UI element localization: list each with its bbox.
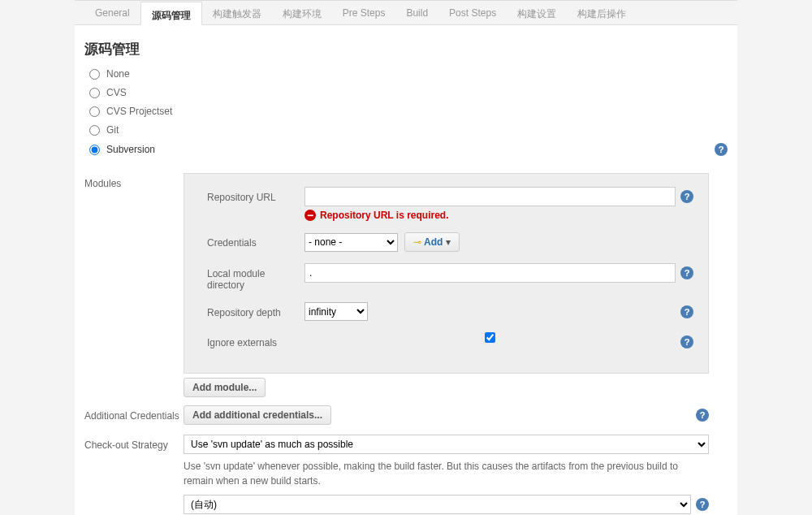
radio-subversion[interactable] xyxy=(89,145,100,155)
help-icon[interactable]: ? xyxy=(680,190,693,203)
radio-none-label: None xyxy=(106,68,130,80)
add-credentials-button[interactable]: ⊸Add ▾ xyxy=(404,232,460,252)
scm-option-git[interactable]: Git xyxy=(89,124,728,136)
error-icon: − xyxy=(304,210,316,221)
help-icon[interactable]: ? xyxy=(696,498,709,511)
additional-creds-label: Additional Credentials xyxy=(84,405,184,422)
modules-heading: Modules xyxy=(84,173,184,189)
scm-option-cvs[interactable]: CVS xyxy=(89,87,728,98)
radio-git-label: Git xyxy=(106,124,119,136)
depth-select[interactable]: infinity xyxy=(304,302,368,321)
tab-post-steps[interactable]: Post Steps xyxy=(438,1,507,24)
tab-build-env[interactable]: 构建环境 xyxy=(272,1,332,24)
tab-pre-steps[interactable]: Pre Steps xyxy=(332,1,396,24)
scm-option-subversion[interactable]: Subversion ? xyxy=(89,143,728,156)
repo-url-label: Repository URL xyxy=(207,187,304,203)
scm-option-none[interactable]: None xyxy=(89,68,728,80)
tab-triggers[interactable]: 构建触发器 xyxy=(202,1,272,24)
radio-subversion-label: Subversion xyxy=(106,144,155,155)
radio-cvsproj-label: CVS Projectset xyxy=(106,106,172,117)
tab-build-settings[interactable]: 构建设置 xyxy=(507,1,567,24)
help-icon[interactable]: ? xyxy=(696,409,709,422)
radio-cvs[interactable] xyxy=(89,88,100,98)
add-credentials-label: Add xyxy=(424,236,443,248)
radio-none[interactable] xyxy=(89,69,100,80)
local-dir-input[interactable] xyxy=(304,263,676,283)
checkout-label: Check-out Strategy xyxy=(84,435,184,451)
tab-post-build[interactable]: 构建后操作 xyxy=(567,1,637,24)
add-additional-creds-button[interactable]: Add additional credentials... xyxy=(184,405,331,425)
ignore-ext-label: Ignore externals xyxy=(207,332,304,348)
credentials-label: Credentials xyxy=(207,232,304,249)
checkout-strategy-desc: Use 'svn update' whenever possible, maki… xyxy=(184,454,709,488)
help-icon[interactable]: ? xyxy=(680,305,693,318)
modules-panel: Repository URL − Repository URL is requi… xyxy=(184,173,709,374)
depth-label: Repository depth xyxy=(207,302,304,318)
radio-cvs-label: CVS xyxy=(106,87,127,98)
radio-cvsproj[interactable] xyxy=(89,106,100,117)
tab-scm[interactable]: 源码管理 xyxy=(140,2,202,25)
help-icon[interactable]: ? xyxy=(680,266,693,279)
repo-url-error: Repository URL is required. xyxy=(320,210,448,221)
radio-git[interactable] xyxy=(89,125,100,136)
tab-bar: General 源码管理 构建触发器 构建环境 Pre Steps Build … xyxy=(75,1,737,25)
tab-general[interactable]: General xyxy=(84,1,140,24)
credentials-select[interactable]: - none - xyxy=(304,233,398,252)
add-module-button[interactable]: Add module... xyxy=(184,378,266,397)
ignore-ext-checkbox[interactable] xyxy=(304,332,676,343)
tab-build[interactable]: Build xyxy=(395,1,438,24)
help-icon[interactable]: ? xyxy=(680,335,693,348)
repo-url-input[interactable] xyxy=(304,187,676,206)
scm-option-cvs-projectset[interactable]: CVS Projectset xyxy=(89,106,728,117)
checkout-strategy-select[interactable]: Use 'svn update' as much as possible xyxy=(184,435,709,454)
help-icon[interactable]: ? xyxy=(715,143,728,156)
section-title: 源码管理 xyxy=(75,25,737,68)
local-dir-label: Local module directory xyxy=(207,263,304,291)
browser-select[interactable]: (自动) xyxy=(184,495,691,514)
